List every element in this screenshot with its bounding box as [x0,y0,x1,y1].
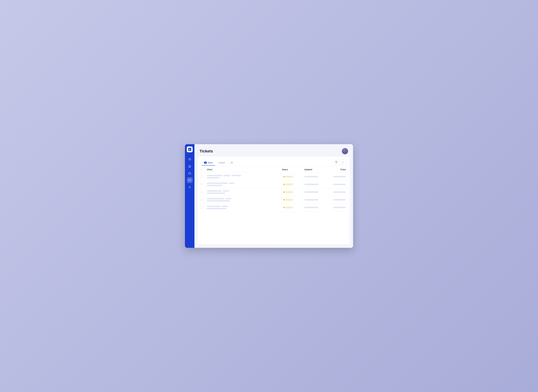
tab-closed-label: Closed [218,161,225,164]
sidebar-item-navigate[interactable] [187,156,193,162]
table-row[interactable] [198,181,350,188]
sidebar-item-users[interactable] [187,184,193,190]
status-badge [282,183,294,186]
client-cell [205,181,280,188]
col-header-client: Client [205,166,280,173]
svg-rect-2 [189,149,191,150]
table-body [198,173,350,211]
svg-rect-1 [189,149,191,149]
client-cell [205,196,280,204]
tab-all-label: All [231,161,233,164]
status-dot [283,207,285,208]
status-cell [280,204,302,211]
status-cell [280,181,302,188]
status-cell [280,173,302,181]
table-row[interactable] [198,173,350,181]
status-dot [283,176,285,177]
client-cell [205,204,280,211]
client-cell [205,173,280,181]
app-window: Tickets 5 Open Closed All [185,144,353,248]
page-title: Tickets [199,149,213,154]
main-content: Tickets 5 Open Closed All [194,144,353,248]
updated-cell [302,196,327,204]
status-cell [280,196,302,204]
user-avatar[interactable] [342,148,348,154]
ticket-cell [327,204,350,211]
tickets-table: Client Status Updated Ticket [198,166,350,211]
updated-cell [302,173,327,181]
svg-marker-7 [335,161,337,163]
tab-open[interactable]: 5 Open [202,160,215,165]
sidebar [185,144,194,248]
avatar-image [342,148,348,154]
col-header-ticket: Ticket [327,166,350,173]
svg-point-6 [189,186,190,187]
tabs-bar: 5 Open Closed All [198,157,350,166]
col-header-updated: Updated [302,166,327,173]
filter-button[interactable] [333,159,339,165]
page-header: Tickets [194,144,353,157]
app-logo[interactable] [187,146,193,152]
tab-list: 5 Open Closed All [202,160,333,165]
status-badge [282,206,294,209]
open-badge: 5 [204,162,207,164]
table-row[interactable] [198,204,350,211]
status-dot [283,191,285,193]
table-header: Client Status Updated Ticket [198,166,350,173]
select-all-checkbox[interactable] [200,168,202,170]
status-cell [280,188,302,196]
tickets-table-wrapper: Client Status Updated Ticket [198,166,350,244]
status-badge [282,198,294,201]
svg-point-8 [343,161,343,162]
table-row[interactable] [198,188,350,196]
updated-cell [302,204,327,211]
sidebar-item-home[interactable] [187,163,193,169]
svg-rect-3 [189,150,190,150]
status-dot [283,184,285,185]
toolbar-actions [333,159,346,165]
row-checkbox[interactable] [200,183,202,185]
more-vertical-icon [342,161,344,163]
status-badge [282,175,294,178]
sidebar-item-support[interactable] [187,170,193,176]
tab-all[interactable]: All [228,160,235,165]
row-checkbox[interactable] [200,206,202,208]
ticket-cell [327,196,350,204]
row-checkbox[interactable] [200,198,202,201]
col-header-status: Status [280,166,302,173]
ticket-cell [327,188,350,196]
table-row[interactable] [198,196,350,204]
ticket-cell [327,173,350,181]
sidebar-item-tickets[interactable] [187,177,193,183]
status-dot [283,199,285,200]
updated-cell [302,181,327,188]
tab-closed[interactable]: Closed [216,160,227,165]
svg-point-9 [343,162,343,162]
ticket-cell [327,181,350,188]
row-checkbox[interactable] [200,175,202,177]
more-options-button[interactable] [340,159,346,165]
filter-icon [335,161,338,163]
content-panel: 5 Open Closed All [198,157,350,244]
status-badge [282,191,294,193]
svg-point-10 [343,163,343,163]
updated-cell [302,188,327,196]
tab-open-label: Open [208,161,213,164]
client-cell [205,188,280,196]
row-checkbox[interactable] [200,191,202,193]
